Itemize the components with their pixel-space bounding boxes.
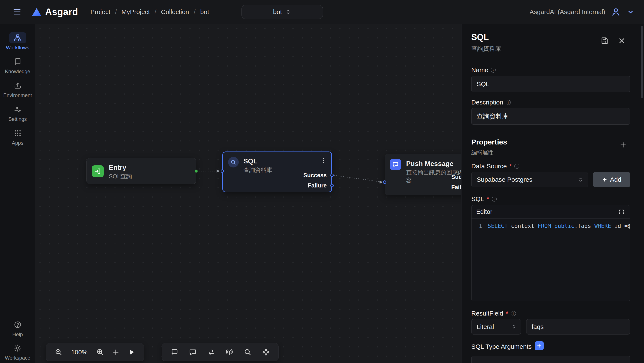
panel-scrollbar[interactable] — [641, 26, 643, 98]
zoom-out-button[interactable] — [54, 347, 64, 357]
run-workflow-button[interactable] — [126, 347, 136, 357]
sidebar: Workflows Knowledge Environment Settings… — [0, 24, 35, 363]
editor-header: Editor — [472, 205, 630, 219]
close-panel-icon[interactable] — [617, 36, 627, 45]
breadcrumb-collection[interactable]: Collection — [161, 8, 189, 15]
sql-editor[interactable]: Editor 1 SELECT context FROM public.faqs… — [471, 205, 630, 301]
code-token: id =$ — [611, 223, 630, 229]
node-title: Push Message — [406, 160, 454, 168]
knowledge-icon — [9, 56, 26, 67]
breadcrumb-project[interactable]: Project — [90, 8, 110, 15]
code-token: FROM — [538, 223, 551, 229]
line-number: 1 — [472, 222, 488, 230]
sql-type-arguments-label: SQL Type Arguments — [471, 343, 532, 350]
node-entry[interactable]: Entry SQL查詢 — [86, 158, 196, 184]
logo-text: Asgard — [45, 6, 78, 17]
breadcrumb-separator: / — [194, 8, 196, 15]
expand-editor-icon[interactable] — [617, 208, 626, 216]
output-success-label[interactable]: Success — [303, 172, 327, 179]
environment-icon — [9, 80, 26, 91]
sidebar-item-label: Workspace — [5, 355, 30, 361]
save-icon[interactable] — [600, 36, 609, 45]
sidebar-item-label: Help — [12, 332, 23, 338]
sql-field-label: SQL — [471, 195, 497, 203]
code-token: WHERE — [594, 223, 611, 229]
properties-section-subtitle: 編輯屬性 — [471, 149, 494, 156]
code-token: .faqs — [574, 223, 594, 229]
result-field-input[interactable] — [526, 319, 630, 335]
sidebar-item-settings[interactable]: Settings — [1, 104, 34, 122]
sidebar-item-workspace[interactable]: Workspace — [1, 343, 34, 361]
breadcrumb-separator: / — [115, 8, 117, 15]
asgard-logo-icon — [32, 7, 42, 16]
hamburger-menu-icon[interactable] — [12, 7, 22, 17]
panel-subtitle: 查詢資料庫 — [471, 45, 501, 53]
workflow-selector-value: bot — [273, 8, 282, 15]
panel-title: SQL — [471, 32, 489, 42]
data-source-select[interactable]: Supabase Postgres — [471, 172, 588, 187]
add-property-button[interactable] — [618, 140, 628, 150]
node-subtitle: 查詢資料庫 — [244, 166, 272, 174]
sidebar-item-help[interactable]: Help — [1, 319, 34, 338]
result-field-type-select[interactable]: Literal — [471, 319, 521, 335]
add-button[interactable] — [111, 347, 121, 357]
info-icon[interactable] — [492, 197, 497, 202]
sidebar-bottom-group: Help Workspace — [1, 319, 34, 361]
entry-node-icon — [92, 165, 104, 177]
sort-chevrons-icon — [511, 324, 517, 330]
auto-layout-button[interactable] — [261, 347, 271, 357]
zoom-in-button[interactable] — [95, 347, 105, 357]
node-title: Entry — [109, 164, 126, 171]
sidebar-item-apps[interactable]: Apps — [1, 128, 34, 146]
workspace-gear-icon — [9, 343, 26, 354]
output-failure-label[interactable]: Failure — [451, 184, 461, 191]
workflow-selector-dropdown[interactable]: bot — [242, 5, 323, 19]
sidebar-top-group: Workflows Knowledge Environment Settings… — [1, 32, 34, 146]
sidebar-item-workflows[interactable]: Workflows — [1, 32, 34, 51]
info-icon[interactable] — [506, 100, 511, 105]
comment-button[interactable] — [188, 347, 198, 357]
zoom-toolbar: 100% — [46, 343, 144, 361]
add-data-source-button[interactable]: Add — [593, 172, 630, 187]
swap-direction-button[interactable] — [206, 347, 216, 357]
sidebar-item-environment[interactable]: Environment — [1, 80, 34, 98]
name-field-label: Name — [471, 66, 496, 74]
info-icon[interactable] — [511, 311, 516, 316]
required-asterisk — [510, 163, 512, 170]
workflow-canvas[interactable]: Entry SQL查詢 SQL 查詢資料庫 Success Failure Pu… — [35, 24, 461, 363]
breadcrumb-bot[interactable]: bot — [200, 8, 209, 15]
push-message-node-icon — [390, 159, 401, 170]
description-input[interactable] — [471, 108, 630, 125]
node-menu-kebab-icon[interactable] — [320, 156, 328, 165]
plus-icon — [536, 343, 542, 349]
data-source-label: Data Source — [471, 163, 519, 170]
zoom-level-label: 100% — [69, 349, 90, 356]
add-node-button[interactable] — [169, 347, 180, 357]
settings-sliders-icon — [9, 104, 26, 115]
edge-sql-to-push — [334, 175, 383, 184]
account-section: AsgardAI (Asgard Internal) — [530, 7, 644, 17]
field-label-text: Name — [471, 66, 488, 74]
broadcast-button[interactable] — [224, 347, 234, 357]
sql-node-icon — [228, 157, 239, 167]
node-sql[interactable]: SQL 查詢資料庫 Success Failure — [222, 151, 332, 192]
info-icon[interactable] — [514, 164, 519, 169]
search-button[interactable] — [242, 347, 253, 357]
chevron-down-icon[interactable] — [626, 8, 635, 16]
sidebar-item-knowledge[interactable]: Knowledge — [1, 56, 34, 74]
add-sql-type-argument-button[interactable] — [535, 341, 544, 350]
info-icon[interactable] — [491, 68, 496, 72]
sql-type-argument-input[interactable] — [471, 356, 630, 363]
breadcrumb-myproject[interactable]: MyProject — [122, 8, 150, 15]
asgard-logo[interactable]: Asgard — [32, 6, 78, 17]
output-success-label[interactable]: Success — [451, 174, 461, 180]
output-failure-label[interactable]: Failure — [308, 182, 327, 189]
code-token: public — [554, 223, 574, 229]
node-properties-panel: SQL 查詢資料庫 Name Description Properties 編輯… — [461, 24, 644, 363]
node-push-message[interactable]: Push Message 直接輸出訊息的回應內容 Success Failure — [384, 154, 461, 195]
sql-code: SELECT context FROM public.faqs WHERE id… — [488, 222, 630, 230]
name-input[interactable] — [471, 76, 630, 92]
user-avatar-icon[interactable] — [611, 7, 621, 17]
code-line-1[interactable]: 1 SELECT context FROM public.faqs WHERE … — [472, 222, 630, 230]
node-title: SQL — [244, 157, 258, 165]
